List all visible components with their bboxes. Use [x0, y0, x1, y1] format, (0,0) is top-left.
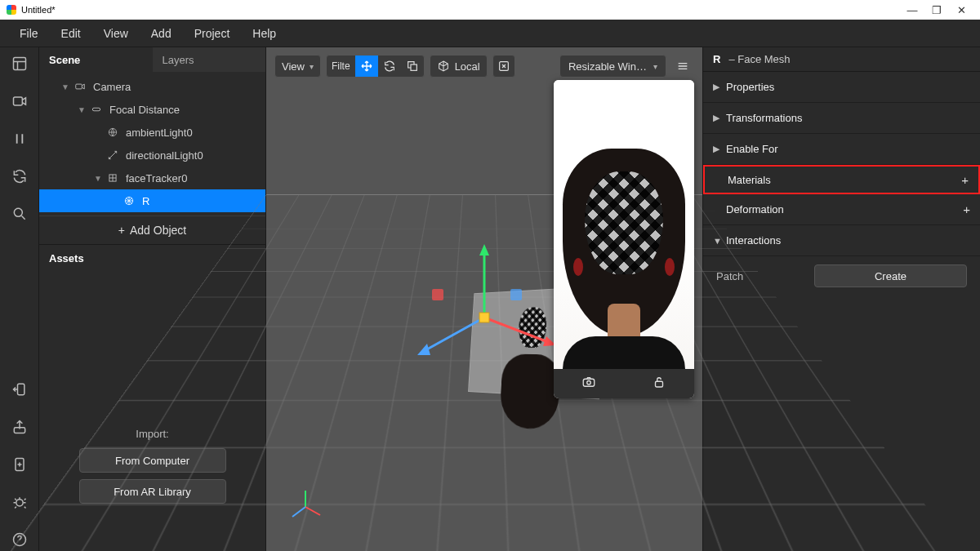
svg-line-21: [305, 507, 320, 515]
tree-ambient-light[interactable]: ambientLight0: [39, 121, 265, 144]
tree-camera[interactable]: ▼ Camera: [39, 75, 265, 98]
light-icon: [105, 149, 121, 161]
section-properties[interactable]: ▶Properties: [703, 72, 980, 103]
earring-left: [573, 258, 583, 276]
minimize-button[interactable]: —: [900, 4, 924, 16]
tree-label: directionalLight0: [126, 149, 203, 162]
refresh-icon[interactable]: [11, 168, 28, 188]
section-transformations[interactable]: ▶Transformations: [703, 103, 980, 134]
video-icon[interactable]: [11, 93, 28, 113]
chevron-down-icon[interactable]: ▼: [59, 82, 72, 91]
close-overlay-button[interactable]: [492, 55, 515, 78]
menu-file[interactable]: File: [8, 27, 50, 40]
pause-icon[interactable]: [11, 131, 28, 150]
face-mesh-checker: [585, 171, 663, 274]
simulator-video: [554, 80, 694, 369]
chevron-down-icon[interactable]: ▼: [91, 174, 105, 183]
transform-gizmo[interactable]: [403, 236, 566, 402]
chevron-down-icon: ▾: [653, 62, 657, 71]
send-to-device-icon[interactable]: [11, 381, 28, 401]
viewport-toolbar: View Filte Local Resizable Win… ▾: [274, 54, 694, 78]
earring-right: [665, 258, 675, 276]
svg-rect-3: [17, 384, 24, 394]
menu-add[interactable]: Add: [140, 27, 183, 40]
inspector-header: R – Face Mesh: [703, 47, 980, 72]
filter-button[interactable]: Filte: [327, 56, 355, 77]
chevron-right-icon: [715, 175, 728, 184]
svg-marker-18: [417, 344, 430, 355]
svg-rect-23: [583, 379, 595, 386]
tree-facetracker[interactable]: ▼ faceTracker0: [39, 167, 265, 189]
app-logo-icon: [7, 5, 16, 15]
menu-help[interactable]: Help: [241, 27, 287, 40]
section-label: Transformations: [726, 112, 802, 124]
axis-indicator-icon: [287, 489, 323, 528]
simulator-preset-dropdown[interactable]: Resizable Win… ▾: [559, 55, 666, 78]
coordinate-space-button[interactable]: Local: [430, 55, 488, 78]
svg-rect-19: [479, 313, 489, 322]
svg-line-22: [292, 507, 305, 517]
section-materials[interactable]: Materials+: [703, 165, 980, 194]
svg-rect-0: [13, 58, 25, 70]
move-tool-button[interactable]: [355, 56, 378, 77]
create-patch-button[interactable]: Create: [814, 264, 967, 287]
simulator-toolbar: [554, 369, 694, 398]
viewport[interactable]: View Filte Local Resizable Win… ▾: [266, 47, 702, 551]
section-label: Enable For: [726, 143, 778, 155]
tree-label: R: [142, 195, 149, 207]
svg-rect-9: [92, 108, 100, 111]
search-icon[interactable]: [11, 206, 28, 225]
tree-label: Camera: [93, 81, 131, 93]
tree-directional-light[interactable]: directionalLight0: [39, 144, 265, 167]
svg-line-15: [484, 318, 548, 342]
tab-scene[interactable]: Scene: [39, 47, 153, 72]
add-object-label: Add Object: [130, 224, 186, 237]
tab-layers[interactable]: Layers: [153, 47, 266, 72]
add-object-button[interactable]: + Add Object: [39, 216, 265, 245]
local-label: Local: [455, 60, 480, 73]
simulator-menu-button[interactable]: [671, 55, 694, 78]
svg-rect-26: [411, 64, 416, 70]
capture-icon[interactable]: [581, 375, 596, 393]
tree-label: Focal Distance: [109, 104, 180, 116]
tree-focal-distance[interactable]: ▼ Focal Distance: [39, 98, 265, 121]
subject-shoulders: [563, 336, 685, 369]
add-to-device-icon[interactable]: [11, 456, 28, 476]
menu-project[interactable]: Project: [183, 27, 242, 40]
chevron-right-icon: ▶: [713, 82, 726, 92]
chevron-right-icon: ▶: [713, 144, 726, 154]
add-deformation-button[interactable]: +: [963, 202, 970, 216]
section-enable-for[interactable]: ▶Enable For: [703, 134, 980, 165]
chevron-right-icon: ▶: [713, 113, 726, 123]
mesh-icon: [121, 195, 137, 207]
menu-view[interactable]: View: [92, 27, 140, 40]
close-button[interactable]: ✕: [949, 4, 973, 16]
menubar: File Edit View Add Project Help: [0, 20, 980, 47]
rotate-tool-button[interactable]: [378, 56, 401, 77]
share-icon[interactable]: [11, 419, 28, 438]
view-dropdown[interactable]: View: [274, 55, 321, 78]
lock-icon[interactable]: [652, 375, 666, 393]
scale-tool-button[interactable]: [401, 56, 424, 77]
svg-marker-14: [479, 244, 489, 256]
facetracker-icon: [105, 172, 121, 184]
bug-icon[interactable]: [11, 494, 28, 513]
simulator-panel[interactable]: [554, 80, 694, 398]
maximize-button[interactable]: ❐: [924, 4, 949, 16]
tree-face-mesh-r[interactable]: R: [39, 189, 265, 212]
layout-icon[interactable]: [11, 56, 28, 75]
tree-label: faceTracker0: [126, 172, 187, 184]
menu-edit[interactable]: Edit: [50, 27, 92, 40]
section-deformation[interactable]: Deformation+: [703, 194, 980, 225]
chevron-down-icon[interactable]: ▼: [75, 105, 88, 114]
tree-label: ambientLight0: [126, 127, 193, 139]
add-material-button[interactable]: +: [961, 173, 969, 187]
section-label: Materials: [728, 174, 771, 186]
svg-rect-1: [13, 97, 22, 105]
svg-rect-25: [656, 381, 663, 387]
left-icon-rail: [0, 47, 39, 551]
svg-rect-8: [76, 84, 82, 89]
svg-point-24: [587, 381, 591, 385]
scene-tree: ▼ Camera ▼ Focal Distance ambientLight0 …: [39, 72, 265, 216]
section-interactions[interactable]: ▼Interactions: [703, 225, 980, 256]
